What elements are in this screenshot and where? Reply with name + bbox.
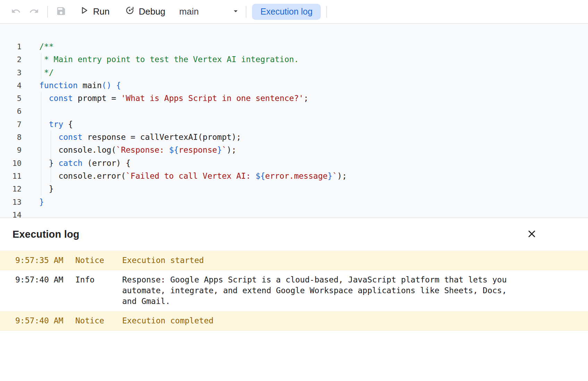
code-line[interactable]: 5 const prompt = 'What is Apps Script in… bbox=[0, 92, 588, 105]
line-number: 2 bbox=[0, 53, 22, 66]
code-text: try { bbox=[39, 118, 73, 131]
line-number: 7 bbox=[0, 118, 22, 131]
code-line[interactable]: 9 console.log(`Response: ${response}`); bbox=[0, 144, 588, 156]
code-text: const prompt = 'What is Apps Script in o… bbox=[39, 92, 309, 105]
redo-button[interactable] bbox=[26, 4, 42, 19]
log-timestamp: 9:57:35 AM bbox=[15, 255, 75, 266]
log-row: 9:57:40 AMInfoResponse: Google Apps Scri… bbox=[0, 270, 588, 311]
debug-button-label: Debug bbox=[139, 6, 166, 17]
execution-log-panel: Execution log 9:57:35 AMNoticeExecution … bbox=[0, 218, 588, 331]
undo-button[interactable] bbox=[8, 4, 24, 19]
line-number: 5 bbox=[0, 92, 22, 105]
log-row: 9:57:35 AMNoticeExecution started bbox=[0, 251, 588, 270]
code-text: console.error(`Failed to call Vertex AI:… bbox=[39, 170, 347, 183]
log-row: 9:57:40 AMNoticeExecution completed bbox=[0, 311, 588, 331]
execution-log-button[interactable]: Execution log bbox=[252, 4, 321, 20]
indent-guide bbox=[51, 131, 51, 183]
log-rows: 9:57:35 AMNoticeExecution started9:57:40… bbox=[0, 251, 588, 331]
save-project-icon bbox=[56, 6, 66, 17]
line-number: 8 bbox=[0, 131, 22, 144]
code-text: */ bbox=[39, 66, 54, 79]
code-text: } bbox=[39, 183, 54, 195]
code-line[interactable]: 8 const response = callVertexAI(prompt); bbox=[0, 131, 588, 144]
run-button-label: Run bbox=[93, 6, 110, 17]
code-editor[interactable]: 1/**2 * Main entry point to test the Ver… bbox=[0, 24, 588, 218]
code-line[interactable]: 10 } catch (error) { bbox=[0, 157, 588, 170]
line-number: 4 bbox=[0, 79, 22, 92]
log-message: Execution completed bbox=[122, 315, 518, 326]
code-line[interactable]: 12 } bbox=[0, 183, 588, 195]
code-line[interactable]: 1/** bbox=[0, 40, 588, 53]
code-text: } bbox=[39, 196, 44, 209]
line-number: 9 bbox=[0, 144, 22, 156]
play-icon bbox=[79, 6, 89, 18]
indent-guide bbox=[41, 92, 41, 196]
log-timestamp: 9:57:40 AM bbox=[15, 315, 75, 326]
line-number: 6 bbox=[0, 105, 22, 118]
debug-icon bbox=[125, 6, 135, 18]
close-icon bbox=[526, 228, 537, 240]
toolbar-divider bbox=[246, 6, 246, 18]
debug-button[interactable]: Debug bbox=[125, 6, 166, 18]
log-message: Execution started bbox=[122, 255, 518, 266]
undo-icon bbox=[11, 6, 21, 17]
code-lines: 1/**2 * Main entry point to test the Ver… bbox=[0, 24, 588, 218]
line-number: 11 bbox=[0, 170, 22, 183]
function-select-value: main bbox=[179, 6, 199, 17]
run-button[interactable]: Run bbox=[79, 6, 110, 18]
chevron-down-icon bbox=[231, 7, 240, 17]
indent-guide bbox=[41, 53, 41, 79]
function-select[interactable]: main bbox=[179, 6, 240, 17]
code-line[interactable]: 6 bbox=[0, 105, 588, 118]
execution-log-title: Execution log bbox=[12, 229, 79, 240]
log-level: Notice bbox=[75, 315, 122, 326]
line-number: 14 bbox=[0, 209, 22, 218]
close-execution-log-button[interactable] bbox=[525, 227, 539, 241]
code-line[interactable]: 13} bbox=[0, 196, 588, 209]
code-line[interactable]: 2 * Main entry point to test the Vertex … bbox=[0, 53, 588, 66]
redo-icon bbox=[29, 6, 39, 17]
execution-log-header: Execution log bbox=[0, 218, 588, 251]
save-project-button[interactable] bbox=[53, 4, 69, 19]
code-text: } catch (error) { bbox=[39, 157, 131, 170]
code-line[interactable]: 14 bbox=[0, 209, 588, 218]
code-text: console.log(`Response: ${response}`); bbox=[39, 144, 236, 156]
log-level: Notice bbox=[75, 255, 122, 266]
toolbar: Run Debug main Execution log bbox=[0, 0, 588, 24]
log-message: Response: Google Apps Script is a cloud-… bbox=[122, 274, 518, 307]
code-text: function main() { bbox=[39, 79, 121, 92]
line-number: 3 bbox=[0, 66, 22, 79]
line-number: 1 bbox=[0, 40, 22, 53]
code-line[interactable]: 4function main() { bbox=[0, 79, 588, 92]
code-line[interactable]: 11 console.error(`Failed to call Vertex … bbox=[0, 170, 588, 183]
line-number: 10 bbox=[0, 157, 22, 170]
code-line[interactable]: 7 try { bbox=[0, 118, 588, 131]
log-timestamp: 9:57:40 AM bbox=[15, 274, 75, 285]
line-number: 12 bbox=[0, 183, 22, 195]
toolbar-divider bbox=[47, 6, 48, 18]
code-text: const response = callVertexAI(prompt); bbox=[39, 131, 241, 144]
code-text: * Main entry point to test the Vertex AI… bbox=[39, 53, 299, 66]
toolbar-divider bbox=[326, 6, 327, 18]
code-text: /** bbox=[39, 40, 54, 53]
code-line[interactable]: 3 */ bbox=[0, 66, 588, 79]
line-number: 13 bbox=[0, 196, 22, 209]
log-level: Info bbox=[75, 274, 122, 285]
